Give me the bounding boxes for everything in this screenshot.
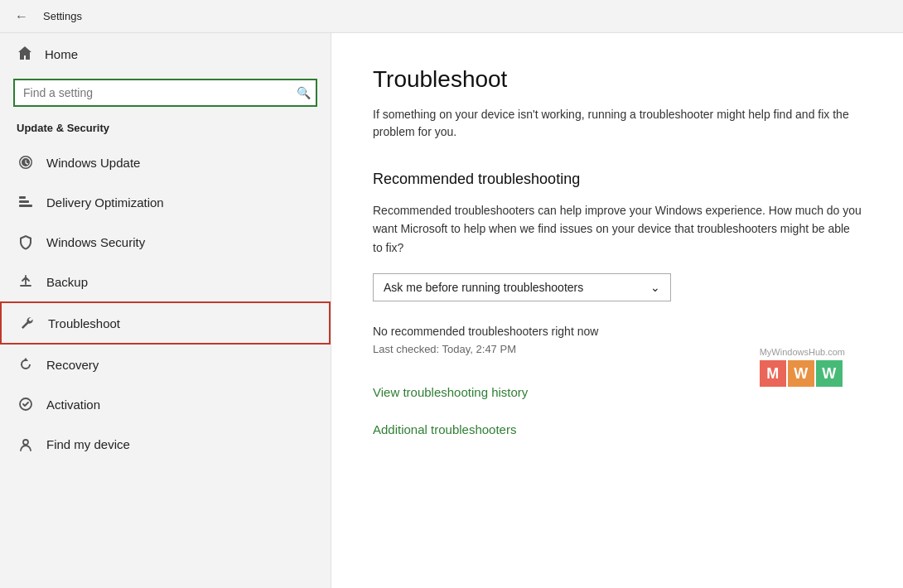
dropdown-value: Ask me before running troubleshooters: [384, 281, 583, 294]
delivery-optimization-icon: [17, 194, 35, 210]
content-wrapper: Troubleshoot If something on your device…: [373, 66, 862, 436]
watermark-logo: M W W: [760, 360, 845, 387]
activation-icon: [17, 396, 35, 412]
recommended-description: Recommended troubleshooters can help imp…: [373, 201, 862, 257]
content-area: Troubleshoot If something on your device…: [331, 33, 903, 588]
troubleshoot-dropdown[interactable]: Ask me before running troubleshooters ⌄: [373, 273, 671, 301]
windows-update-icon: [17, 154, 35, 171]
home-icon: [17, 45, 33, 64]
activation-label: Activation: [46, 398, 100, 412]
watermark: MyWindowsHub.com M W W: [760, 347, 845, 387]
recovery-label: Recovery: [46, 358, 99, 372]
no-troubleshooters-text: No recommended troubleshooters right now: [373, 325, 862, 338]
search-input[interactable]: [13, 79, 317, 107]
watermark-tile-w1: W: [788, 360, 814, 387]
find-my-device-icon: [17, 436, 35, 452]
sidebar-item-troubleshoot[interactable]: Troubleshoot: [0, 301, 331, 345]
main-layout: Home 🔍 Update & Security Windows Update: [0, 33, 903, 588]
sidebar-item-windows-security[interactable]: Windows Security: [0, 222, 331, 262]
back-button[interactable]: ←: [10, 5, 33, 28]
search-icon: 🔍: [297, 86, 311, 99]
titlebar: ← Settings: [0, 0, 903, 33]
sidebar-item-backup[interactable]: Backup: [0, 262, 331, 301]
troubleshoot-icon: [18, 315, 36, 331]
svg-rect-1: [19, 200, 29, 203]
sidebar-item-find-my-device[interactable]: Find my device: [0, 424, 331, 464]
find-my-device-label: Find my device: [46, 437, 130, 451]
watermark-tile-m: M: [760, 360, 786, 387]
sidebar: Home 🔍 Update & Security Windows Update: [0, 33, 331, 588]
svg-rect-2: [19, 196, 26, 199]
windows-security-label: Windows Security: [46, 235, 145, 249]
app-title: Settings: [43, 10, 82, 22]
windows-security-icon: [17, 234, 35, 250]
sidebar-item-home[interactable]: Home: [0, 33, 331, 75]
page-title: Troubleshoot: [373, 66, 862, 93]
recovery-icon: [17, 356, 35, 373]
sidebar-item-activation[interactable]: Activation: [0, 384, 331, 424]
page-description: If something on your device isn't workin…: [373, 106, 862, 141]
watermark-tile-w2: W: [816, 360, 843, 387]
troubleshoot-dropdown-container: Ask me before running troubleshooters ⌄: [373, 273, 862, 301]
watermark-text: MyWindowsHub.com: [760, 347, 845, 357]
delivery-optimization-label: Delivery Optimization: [46, 195, 164, 210]
backup-label: Backup: [46, 275, 88, 289]
section-title: Update & Security: [0, 117, 331, 142]
chevron-down-icon: ⌄: [650, 281, 660, 294]
troubleshoot-label: Troubleshoot: [48, 316, 120, 330]
view-history-link[interactable]: View troubleshooting history: [373, 385, 862, 399]
recommended-section-title: Recommended troubleshooting: [373, 171, 862, 188]
home-label: Home: [45, 47, 78, 61]
search-container: 🔍: [13, 79, 317, 107]
sidebar-item-windows-update[interactable]: Windows Update: [0, 142, 331, 182]
sidebar-item-recovery[interactable]: Recovery: [0, 345, 331, 384]
svg-rect-0: [19, 205, 32, 207]
svg-point-4: [23, 440, 28, 445]
sidebar-item-delivery-optimization[interactable]: Delivery Optimization: [0, 182, 331, 222]
windows-update-label: Windows Update: [46, 156, 140, 170]
additional-troubleshooters-link[interactable]: Additional troubleshooters: [373, 422, 862, 436]
backup-icon: [17, 273, 35, 290]
